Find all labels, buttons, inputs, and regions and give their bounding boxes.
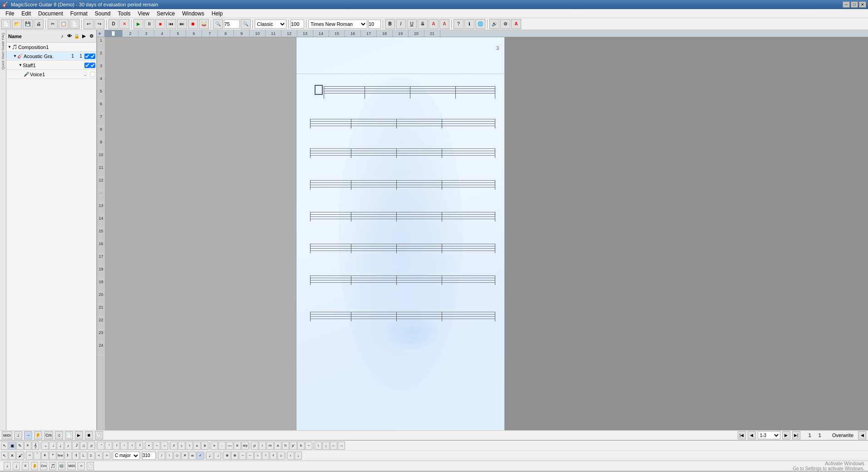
zoom-in-button[interactable]: 🔍 [241,19,251,29]
bs-score2-icon[interactable]: 🎼 [58,462,65,470]
track-row-staff[interactable]: ▼ Staff1 [6,61,96,70]
track-row-voice[interactable]: 🎤 Voice1 .. [6,70,96,79]
status-next2-btn[interactable]: ▶| [792,431,800,439]
menu-service[interactable]: Service [153,10,178,18]
staff-check2[interactable] [90,63,95,68]
btb-tab6[interactable]: p' [290,442,297,450]
bs-staff-icon[interactable]: ≡ [22,462,29,470]
status-rec-btn[interactable]: ⏺ [85,431,93,439]
btb-whole[interactable]: 𝅝 [41,442,49,450]
staff-system-6[interactable] [310,241,495,255]
btb-up[interactable]: ↑ [315,442,322,450]
btb-dot[interactable]: • [145,442,153,450]
bs-time-icon[interactable]: 🕐 [87,462,94,470]
menu-tools[interactable]: Tools [114,10,134,18]
btb2-rep1[interactable]: 𝄆 [64,452,72,460]
btb2-eraser[interactable]: ✕ [9,452,16,460]
btb2-x2[interactable]: ⊗ [231,452,238,460]
btb-slur[interactable]: ⌣ [161,442,168,450]
staff-check1[interactable] [84,63,90,68]
print-button[interactable]: 🖨 [34,19,44,29]
btb-staff-btn[interactable]: ≡ [24,442,31,450]
btb-arp[interactable]: arp [242,442,249,450]
btb-bend[interactable]: b [297,442,305,450]
font-color-button[interactable]: A [439,19,449,29]
btb2-cursor[interactable]: ↖ [1,452,8,460]
btb-64th[interactable]: ♬ [88,442,95,450]
loop-button[interactable]: ⏺ [188,19,198,29]
metronome-button[interactable]: 🥁 [199,19,209,29]
tempo-input[interactable] [291,20,304,29]
status-cm-btn[interactable]: Cm [44,431,53,439]
ffwd-button[interactable]: ⏭ [177,19,187,29]
status-prev-btn[interactable]: |◀ [738,431,746,439]
voice-name[interactable]: Voice1 [30,72,81,77]
settings-button[interactable]: ⚙ [500,19,510,29]
staff-system-5[interactable] [310,210,495,223]
btb-rest-q[interactable]: 𝄽 [113,442,120,450]
bs-wave-icon[interactable]: ≈ [78,462,85,470]
btb2-decresc[interactable]: > [103,452,110,460]
btb2-up2[interactable]: ↑ [287,452,294,460]
btb-rest-e[interactable]: 𝄾 [120,442,128,450]
track-icon-gear[interactable]: ⚙ [88,33,94,39]
btb-rest-whole[interactable]: 𝄻 [97,442,104,450]
status-pos-select[interactable]: 1-3 [758,431,780,439]
btb2-volta2[interactable]: 2. [88,452,95,460]
close-button[interactable]: ✕ [859,1,866,8]
btb-rest-32[interactable]: 𝅀 [136,442,143,450]
btb-tab4[interactable]: a [274,442,281,450]
btb2-fine[interactable]: fine [57,452,64,460]
cut-button[interactable]: ✂ [48,19,58,29]
speaker-button[interactable]: 🔊 [489,19,499,29]
btb2-volta1[interactable]: 1. [80,452,87,460]
staff-system-4[interactable] [310,178,495,192]
expand-acoustic[interactable]: ▼ [13,54,17,59]
btb2-key-select[interactable]: C major [113,452,140,460]
btb-pencil[interactable]: ✎ [16,442,24,450]
menu-file[interactable]: File [2,10,18,18]
bs-ear-icon[interactable]: 👂 [31,462,38,470]
btb-right[interactable]: → [338,442,345,450]
btb2-num-input[interactable] [142,452,156,460]
rewind-button[interactable]: ⏮ [166,19,176,29]
btb-rest-16[interactable]: 𝄿 [128,442,135,450]
copy-button[interactable]: 📋 [59,19,69,29]
btb-tenuto[interactable]: — [226,442,233,450]
undo-button[interactable]: ↩ [84,19,94,29]
staff-system-2[interactable] [310,117,495,130]
status-cursor-btn[interactable]: → [24,431,32,439]
btb2-breath[interactable]: 𝄒 [34,452,41,460]
paste-button[interactable]: 📄 [69,19,79,29]
menu-document[interactable]: Document [35,10,67,18]
minimize-button[interactable]: ─ [843,1,850,8]
btb2-gliss2[interactable]: \ [166,452,173,460]
status-note-btn[interactable]: ♩ [14,431,22,439]
status-prev2-btn[interactable]: ◀ [748,431,756,439]
btb-vib[interactable]: ~ [305,442,312,450]
btb2-mute[interactable]: ✕ [181,452,188,460]
btb-select[interactable]: ▣ [9,442,16,450]
status-mus-btn[interactable]: ♫ [55,431,63,439]
menu-windows[interactable]: Windows [178,10,208,18]
track-icon-lock[interactable]: 🔒 [74,33,80,39]
bs-cm2-icon[interactable]: Cm [40,462,47,470]
help-button[interactable]: ? [454,19,464,29]
btb2-x6[interactable]: ♮ [262,452,269,460]
btb-eighth[interactable]: ♪ [64,442,72,450]
btb2-x5[interactable]: ♭ [254,452,261,460]
btb2-x4[interactable]: ← [247,452,254,460]
btb-dflat[interactable]: 𝄫 [201,442,208,450]
btb-left[interactable]: ← [330,442,337,450]
redo-button[interactable]: ↪ [94,19,104,29]
btb2-segno[interactable]: 𝄋 [41,452,49,460]
italic-button[interactable]: I [396,19,406,29]
pause-button[interactable]: ⏸ [144,19,154,29]
btb2-chk[interactable]: ✓ [197,452,204,460]
bs-mus2-icon[interactable]: 🎵 [49,462,56,470]
font2-button[interactable]: A [511,19,521,29]
track-icon-eye[interactable]: 👁 [66,33,73,39]
btb-half[interactable]: 𝅗𝅥 [49,442,56,450]
note-button[interactable]: D [108,19,118,29]
status-play-btn[interactable]: ▶ [75,431,83,439]
